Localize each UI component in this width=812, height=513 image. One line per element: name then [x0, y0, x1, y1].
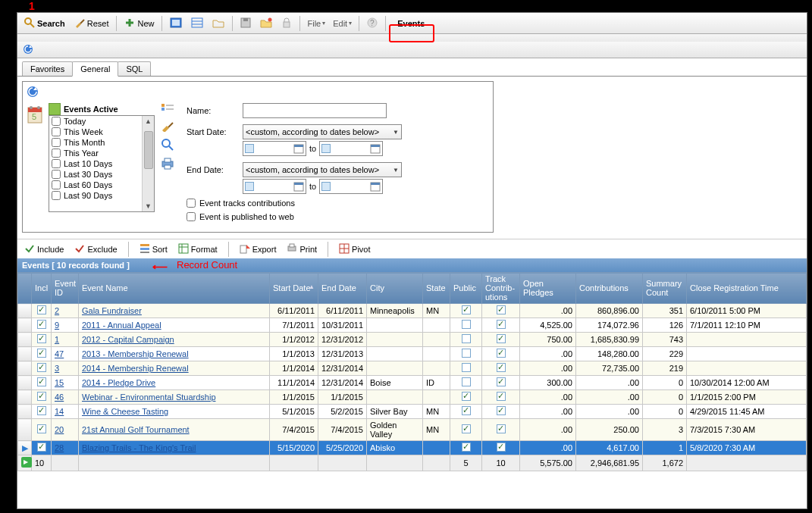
id-link[interactable]: 3 [55, 364, 59, 373]
cell-public[interactable] [450, 376, 482, 390]
checkbox-icon[interactable] [37, 349, 46, 358]
id-link[interactable]: 47 [55, 349, 64, 358]
cell-public[interactable] [450, 304, 482, 318]
start-date-combo[interactable]: <custom, according to dates below>▼ [243, 124, 402, 139]
save-button[interactable] [237, 15, 255, 32]
checkbox-icon[interactable] [462, 349, 471, 358]
date-range-item[interactable]: Last 10 Days [49, 158, 142, 169]
cell-track[interactable] [482, 441, 520, 455]
name-link[interactable]: Wine & Cheese Tasting [82, 407, 168, 416]
cell-incl[interactable] [32, 376, 52, 390]
col-public[interactable]: Public [450, 273, 482, 304]
table-row[interactable]: 46Webinar - Environmental Stuardship1/1/… [18, 390, 807, 405]
cell-id[interactable]: 2 [52, 304, 79, 318]
sort-button[interactable]: Sort [137, 242, 170, 257]
cell-track[interactable] [482, 304, 520, 318]
checkbox-icon[interactable] [37, 363, 46, 372]
published-checkbox[interactable] [187, 212, 196, 221]
cell-public[interactable] [450, 361, 482, 376]
table-row[interactable]: 92011 - Annual Appeal7/1/201110/31/20114… [18, 318, 807, 333]
checkbox-icon[interactable] [37, 443, 46, 452]
table-row[interactable]: 2Gala Fundraiser6/11/20116/11/2011Minnea… [18, 304, 807, 318]
cell-incl[interactable] [32, 419, 52, 441]
name-input[interactable] [243, 103, 387, 118]
id-link[interactable]: 1 [55, 335, 59, 344]
cell-name[interactable]: Gala Fundraiser [79, 304, 270, 318]
cell-incl[interactable] [32, 318, 52, 333]
date-checkbox[interactable] [321, 182, 331, 191]
col-contrib[interactable]: Contributions [576, 273, 643, 304]
cell-id[interactable]: 28 [52, 441, 79, 455]
format-button[interactable]: Format [176, 242, 220, 257]
cell-name[interactable]: 2012 - Capital Campaign [79, 333, 270, 347]
cell-id[interactable]: 15 [52, 376, 79, 390]
id-link[interactable]: 9 [55, 321, 59, 330]
col-incl[interactable]: Incl [32, 273, 52, 304]
scrollbar[interactable]: ▲ ▼ [142, 116, 154, 211]
date-range-item[interactable]: Last 60 Days [49, 180, 142, 190]
panel-grey-button[interactable] [187, 15, 207, 32]
col-pledges[interactable]: Open Pledges [520, 273, 576, 304]
date-range-checkbox[interactable] [52, 117, 61, 126]
date-range-checkbox[interactable] [52, 138, 61, 147]
checkbox-icon[interactable] [462, 406, 471, 415]
calendar-small-icon[interactable] [293, 143, 304, 154]
checkbox-icon[interactable] [497, 392, 506, 401]
panel-blue-button[interactable] [166, 15, 186, 32]
name-link[interactable]: 21st Annual Golf Tournament [82, 425, 190, 434]
cell-name[interactable]: 2013 - Membership Renewal [79, 347, 270, 361]
name-link[interactable]: Blazing Trails - The King's Trail [82, 443, 196, 452]
checkbox-icon[interactable] [37, 320, 46, 329]
checkbox-icon[interactable] [497, 443, 506, 452]
checkbox-icon[interactable] [497, 406, 506, 415]
col-state[interactable]: State [423, 273, 450, 304]
col-city[interactable]: City [367, 273, 423, 304]
cell-name[interactable]: 21st Annual Golf Tournament [79, 419, 270, 441]
checkbox-icon[interactable] [462, 334, 471, 343]
checkbox-icon[interactable] [497, 320, 506, 329]
checkbox-icon[interactable] [497, 305, 506, 314]
search-button[interactable]: Search [20, 15, 69, 32]
col-close[interactable]: Close Registration Time [687, 273, 807, 304]
cell-incl[interactable] [32, 333, 52, 347]
checkbox-icon[interactable] [462, 443, 471, 452]
folder-button[interactable] [208, 15, 228, 32]
col-start[interactable]: Start Date [270, 273, 318, 304]
tab-sql[interactable]: SQL [118, 61, 151, 76]
cell-incl[interactable] [32, 361, 52, 376]
calendar-small-icon[interactable] [293, 181, 304, 192]
tab-general[interactable]: General [72, 61, 118, 77]
id-link[interactable]: 2 [55, 306, 59, 315]
scroll-down-icon[interactable]: ▼ [145, 202, 152, 210]
checkbox-icon[interactable] [37, 424, 46, 433]
help-button[interactable]: ? [363, 15, 381, 32]
cell-public[interactable] [450, 405, 482, 419]
refresh-icon[interactable] [22, 43, 34, 57]
cell-public[interactable] [450, 390, 482, 405]
print-icon[interactable] [161, 158, 174, 171]
checkbox-icon[interactable] [462, 305, 471, 314]
date-range-item[interactable]: This Week [49, 127, 142, 137]
cell-public[interactable] [450, 333, 482, 347]
col-end[interactable]: End Date [318, 273, 367, 304]
table-row[interactable]: 32014 - Membership Renewal1/1/201412/31/… [18, 361, 807, 376]
open-button[interactable] [256, 15, 276, 32]
end-date-combo[interactable]: <custom, according to dates below>▼ [243, 162, 402, 177]
pivot-button[interactable]: Pivot [337, 242, 372, 257]
checkbox-icon[interactable] [37, 305, 46, 314]
checkbox-icon[interactable] [462, 392, 471, 401]
cell-track[interactable] [482, 318, 520, 333]
checkbox-icon[interactable] [37, 406, 46, 415]
table-row[interactable]: 2021st Annual Golf Tournament7/4/20157/4… [18, 419, 807, 441]
cell-name[interactable]: Webinar - Environmental Stuardship [79, 390, 270, 405]
cell-incl[interactable] [32, 347, 52, 361]
table-row[interactable]: 472013 - Membership Renewal1/1/201312/31… [18, 347, 807, 361]
col-track[interactable]: Track Contrib-utions [482, 273, 520, 304]
id-link[interactable]: 14 [55, 407, 64, 416]
lock-button[interactable] [277, 15, 296, 32]
start-date-from[interactable] [243, 141, 306, 156]
date-range-checkbox[interactable] [52, 127, 61, 136]
date-range-checkbox[interactable] [52, 170, 61, 179]
cell-public[interactable] [450, 419, 482, 441]
id-link[interactable]: 28 [55, 443, 64, 452]
